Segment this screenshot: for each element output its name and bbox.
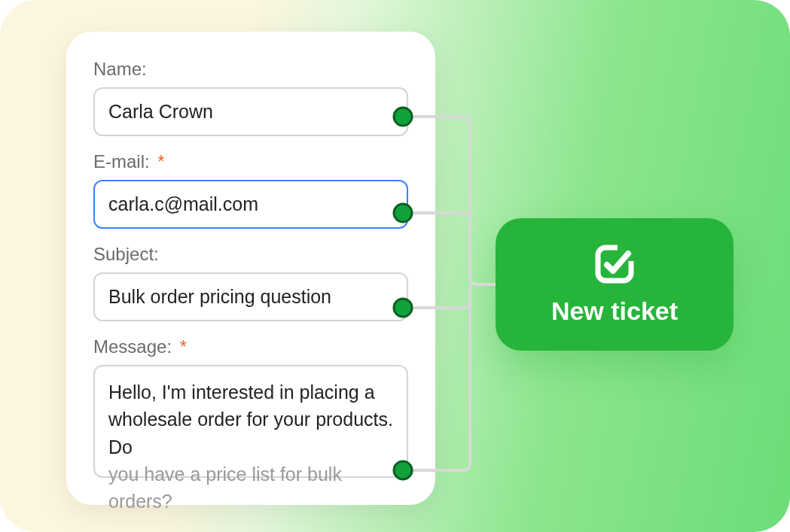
required-asterisk: *: [180, 336, 187, 357]
message-line3: you have a price list for bulk orders?: [108, 464, 342, 512]
name-input[interactable]: [93, 87, 408, 136]
new-ticket-label: New ticket: [551, 296, 678, 326]
field-message: Message: * Hello, I'm interested in plac…: [93, 336, 408, 478]
email-input[interactable]: [93, 180, 408, 229]
subject-input[interactable]: [93, 272, 408, 321]
email-label: E-mail: *: [93, 151, 408, 172]
check-square-icon: [593, 243, 636, 287]
message-input[interactable]: Hello, I'm interested in placing a whole…: [93, 365, 408, 478]
new-ticket-button[interactable]: New ticket: [496, 218, 734, 351]
email-label-text: E-mail:: [93, 151, 150, 172]
field-name: Name:: [93, 59, 408, 136]
message-line1: Hello, I'm interested in placing a: [108, 382, 375, 403]
message-label: Message: *: [93, 336, 408, 357]
required-asterisk: *: [157, 151, 164, 172]
message-line2: wholesale order for your products. Do: [108, 409, 393, 457]
name-label: Name:: [93, 59, 408, 80]
field-subject: Subject:: [93, 244, 408, 321]
subject-label: Subject:: [93, 244, 408, 265]
field-email: E-mail: *: [93, 151, 408, 229]
canvas: Name: E-mail: * Subject: Message: * Hell…: [0, 0, 790, 532]
form-card: Name: E-mail: * Subject: Message: * Hell…: [66, 32, 435, 505]
message-label-text: Message:: [93, 336, 172, 357]
